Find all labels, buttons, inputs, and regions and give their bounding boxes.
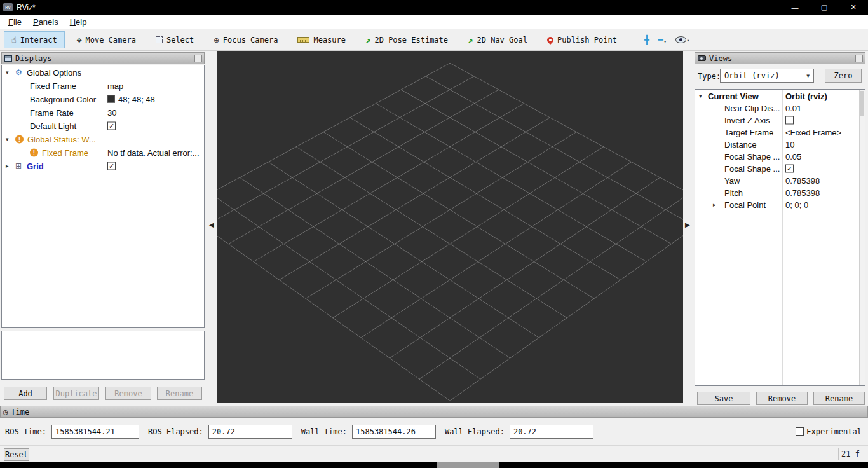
tree-row-target-frame[interactable]: Target Frame <Fixed Frame> [695, 126, 865, 138]
displays-tree[interactable]: ▾ ⚙ Global Options Fixed Frame map Backg… [1, 65, 205, 328]
rename-view-button[interactable]: Rename [813, 392, 865, 405]
check-icon: ✓ [109, 122, 114, 129]
row-label: Fixed Frame [30, 81, 76, 90]
minimize-button[interactable]: — [780, 0, 810, 15]
tree-row-focal-shape-fixed[interactable]: Focal Shape ... ✓ [695, 162, 865, 174]
expander-open-icon[interactable]: ▾ [6, 136, 9, 142]
views-icon [698, 55, 706, 61]
remove-view-button[interactable]: Remove [756, 392, 808, 405]
tree-row-fixed-frame[interactable]: Fixed Frame map [2, 79, 204, 92]
checkbox-checked[interactable]: ✓ [785, 164, 794, 172]
menu-file[interactable]: File [3, 16, 27, 28]
tree-row-global-status[interactable]: ▾ ! Global Status: W... [2, 132, 204, 146]
expander-open-icon[interactable]: ▾ [699, 93, 702, 99]
undock-button[interactable] [194, 55, 202, 62]
tool-2d-nav-goal[interactable]: ↗ 2D Nav Goal [460, 31, 535, 49]
select-box-icon [156, 36, 163, 43]
tree-row-status-fixed-frame[interactable]: ! Fixed Frame No tf data. Actual error:.… [2, 146, 204, 159]
row-value[interactable]: 48; 48; 48 [107, 94, 155, 104]
row-label: Pitch [724, 188, 743, 197]
expander-closed-icon[interactable]: ▸ [6, 163, 9, 169]
wall-elapsed-field[interactable]: 20.72 [510, 425, 593, 439]
scrollbar[interactable] [859, 90, 865, 385]
window-title: RViz* [17, 3, 36, 12]
row-value[interactable]: 0; 0; 0 [785, 200, 808, 209]
menu-help[interactable]: Help [64, 16, 93, 28]
collapse-left-panel-arrow[interactable]: ◀ [209, 221, 214, 228]
tree-row-frame-rate[interactable]: Frame Rate 30 [2, 106, 204, 119]
reset-button[interactable]: Reset [4, 448, 29, 461]
displays-panel-header[interactable]: Displays [1, 52, 205, 64]
tool-2d-pose-estimate[interactable]: ↗ 2D Pose Estimate [358, 31, 456, 49]
check-icon: ✓ [787, 165, 792, 172]
chevron-down-icon[interactable]: ▾ [687, 38, 689, 43]
menu-panels[interactable]: Panels [27, 16, 64, 28]
title-bar: RV RViz* — ▢ ✕ [0, 0, 868, 15]
tool-select[interactable]: Select [148, 32, 201, 48]
tree-row-distance[interactable]: Distance 10 [695, 138, 865, 150]
checkbox-checked[interactable]: ✓ [107, 121, 116, 130]
tree-row-yaw[interactable]: Yaw 0.785398 [695, 174, 865, 186]
row-value[interactable]: <Fixed Frame> [785, 127, 841, 137]
wall-time-label: Wall Time: [301, 427, 347, 436]
tree-row-focal-shape-size[interactable]: Focal Shape ... 0.05 [695, 150, 865, 162]
row-value[interactable]: 0.05 [785, 151, 801, 161]
type-label: Type: [698, 72, 721, 81]
experimental-toggle[interactable]: Experimental [796, 427, 862, 436]
tool-move-camera[interactable]: ✥ Move Camera [69, 31, 144, 48]
green-arrow-icon: ↗ [365, 35, 370, 45]
remove-button[interactable]: Remove [105, 387, 151, 400]
wall-time-field[interactable]: 1585381544.26 [352, 425, 436, 439]
close-button[interactable]: ✕ [839, 0, 868, 15]
expander-closed-icon[interactable]: ▸ [713, 202, 716, 208]
tree-row-current-view[interactable]: ▾ Current View Orbit (rviz) [695, 90, 865, 102]
ros-time-field[interactable]: 1585381544.21 [51, 425, 139, 439]
tree-row-focal-point[interactable]: ▸ Focal Point 0; 0; 0 [695, 198, 865, 210]
tree-row-grid[interactable]: ▸ ⊞ Grid ✓ [2, 159, 204, 172]
view-type-dropdown[interactable]: Orbit (rviz) ▼ [720, 69, 814, 83]
row-value[interactable]: 0.785398 [785, 188, 820, 197]
row-value[interactable]: 10 [785, 139, 794, 149]
tree-row-global-options[interactable]: ▾ ⚙ Global Options [2, 65, 204, 79]
chevron-down-icon[interactable]: ▾ [664, 39, 667, 45]
duplicate-button[interactable]: Duplicate [53, 387, 99, 400]
collapse-right-panel-arrow[interactable]: ▶ [685, 221, 690, 228]
views-panel-header[interactable]: Views [695, 52, 865, 64]
add-button[interactable]: Add [4, 387, 47, 400]
tool-focus-camera[interactable]: ⊕ Focus Camera [206, 31, 285, 49]
row-value[interactable]: 30 [107, 107, 116, 117]
tool-publish-point[interactable]: Publish Point [539, 32, 625, 48]
time-panel-header[interactable]: ◷ Time [0, 406, 868, 418]
rviz-logo-icon: RV [3, 3, 13, 11]
minus-icon: ━ [658, 35, 663, 45]
tool-measure[interactable]: Measure [290, 32, 353, 48]
row-value[interactable]: 0.785398 [785, 176, 820, 185]
row-label: Near Clip Dis... [724, 103, 780, 113]
tree-row-near-clip[interactable]: Near Clip Dis... 0.01 [695, 102, 865, 114]
add-tool-button[interactable]: ╋ [643, 32, 651, 47]
tool-properties-button[interactable]: ▾ [674, 34, 691, 46]
remove-tool-button[interactable]: ━ ▾ [657, 32, 668, 47]
maximize-button[interactable]: ▢ [810, 0, 839, 15]
tree-row-pitch[interactable]: Pitch 0.785398 [695, 186, 865, 198]
row-value[interactable]: 0.01 [785, 103, 801, 113]
views-tree[interactable]: ▾ Current View Orbit (rviz) Near Clip Di… [695, 89, 865, 386]
tree-row-background-color[interactable]: Background Color 48; 48; 48 [2, 92, 204, 106]
zero-button[interactable]: Zero [825, 69, 862, 83]
checkbox-unchecked[interactable] [796, 427, 804, 436]
3d-viewport[interactable] [217, 51, 683, 403]
row-value[interactable]: map [107, 81, 123, 90]
scrollbar-thumb[interactable] [860, 91, 864, 116]
checkbox-unchecked[interactable] [785, 116, 794, 124]
save-button[interactable]: Save [697, 392, 750, 405]
undock-button[interactable] [855, 55, 863, 62]
tree-row-invert-z[interactable]: Invert Z Axis [695, 114, 865, 126]
warning-mark: ! [33, 149, 35, 156]
ros-elapsed-field[interactable]: 20.72 [208, 425, 292, 439]
row-label: Current View [708, 91, 759, 100]
expander-open-icon[interactable]: ▾ [6, 69, 9, 76]
checkbox-checked[interactable]: ✓ [107, 162, 116, 170]
tree-row-default-light[interactable]: Default Light ✓ [2, 119, 204, 132]
rename-button[interactable]: Rename [157, 387, 202, 400]
tool-interact[interactable]: ☝ Interact [4, 31, 65, 48]
